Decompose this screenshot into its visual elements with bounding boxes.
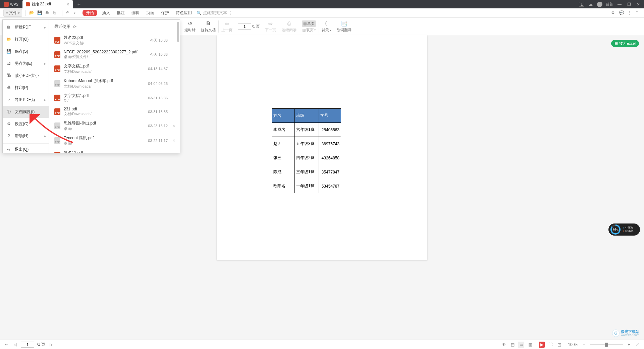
titlebar-cloud-icon[interactable]: ☁ — [588, 1, 594, 7]
play-icon[interactable]: ▶ — [539, 342, 545, 348]
table-header: 班级 — [295, 109, 319, 123]
single-page-button[interactable]: ▤单页 — [302, 20, 316, 27]
page-number-input[interactable] — [238, 23, 251, 30]
recent-file-item[interactable]: PDF NTCE_202209_520322223002277_2.pdf桌面/… — [49, 48, 180, 61]
file-menu-button[interactable]: ≡ 文件 ▾ — [3, 9, 22, 17]
maximize-button[interactable]: ❐ — [626, 1, 632, 7]
eye-icon[interactable]: 👁 — [501, 342, 507, 348]
edit-tab[interactable]: 编辑 — [129, 10, 142, 16]
view-single-icon[interactable]: ▭ — [518, 342, 524, 348]
file-menu-item[interactable]: 📂打开(O) — [3, 33, 49, 45]
status-page-input[interactable] — [21, 342, 34, 348]
recent-file-item[interactable]: PDF 231.pdf文档/Downloads/ 03-31 13:35 — [49, 105, 180, 118]
excel-icon: ▦ — [614, 41, 618, 46]
undo-icon[interactable]: ↶ — [66, 10, 71, 16]
settings-icon[interactable]: ⚙ — [611, 10, 616, 16]
background-button[interactable]: ☾背景 ▾ — [319, 18, 334, 35]
features-tab[interactable]: 特色应用 — [174, 10, 194, 16]
zoom-out-icon[interactable]: − — [581, 342, 587, 348]
view-double-icon[interactable]: ▥ — [527, 342, 533, 348]
app-name: WPS — [10, 2, 18, 6]
search-box[interactable]: 🔍 点此查找文本 ⋮ — [197, 10, 233, 16]
first-page-icon[interactable]: ⇤ — [3, 342, 9, 348]
chevron-down-icon[interactable]: ▾ — [74, 11, 75, 15]
print-icon: 🖶 — [6, 85, 11, 90]
tab-close-icon[interactable]: × — [66, 2, 69, 7]
feedback-icon[interactable]: 💬 — [619, 10, 625, 16]
file-menu-item[interactable]: 🗜减小PDF大小 — [3, 69, 49, 82]
scrollbar-thumb[interactable] — [177, 22, 179, 42]
folder-open-icon: 📂 — [6, 37, 11, 42]
save-icon[interactable]: 💾 — [37, 10, 43, 16]
close-window-button[interactable]: ✕ — [635, 1, 641, 7]
prev-page-button[interactable]: ⇦上一页 — [219, 18, 235, 35]
download-speed: 8.9K/s — [623, 230, 634, 233]
wps-logo[interactable]: WPS — [0, 2, 22, 7]
pdf-file-icon: PDF — [54, 37, 60, 44]
performance-widget[interactable]: 86% 4.4K/s 8.9K/s — [608, 223, 640, 236]
table-row: 欧阳名一年级1班53454787 — [272, 179, 341, 193]
zoom-slider[interactable] — [590, 344, 623, 345]
print-icon[interactable]: 🖶 — [45, 10, 51, 16]
file-menu-left-panel: 🗎新建PDF▸📂打开(O)💾保存(S)🖫另存为(E)▸🗜减小PDF大小🖶打印(P… — [3, 20, 49, 153]
pdf-file-icon: PDF — [54, 65, 60, 72]
titlebar-badge[interactable]: 1 — [579, 2, 584, 7]
chevron-right-icon: ▸ — [44, 62, 46, 65]
fullscreen-icon[interactable]: ⤢ — [635, 342, 641, 348]
remove-recent-icon[interactable]: × — [173, 138, 175, 143]
next-page-button[interactable]: ⇨下一页 — [262, 18, 279, 35]
fit-width-icon[interactable]: ⛶ — [547, 342, 553, 348]
recent-file-item[interactable]: PDF 姓名22.pdfWPS云文档/ 今天 10:36 — [49, 33, 180, 48]
document-tab[interactable]: 姓名22.pdf × — [22, 0, 73, 8]
page-tab[interactable]: 页面 — [144, 10, 156, 16]
prev-page-icon[interactable]: ◁ — [12, 342, 18, 348]
minimize-button[interactable]: — — [616, 1, 623, 7]
file-menu-item[interactable]: ⚙设置(C) — [3, 118, 49, 130]
rotate-doc-button[interactable]: 🗎旋转文档 — [198, 18, 218, 35]
begin-tab[interactable]: 开始 — [83, 10, 97, 16]
protect-tab[interactable]: 保护 — [159, 10, 171, 16]
zoom-value: 100% — [568, 342, 578, 347]
recent-file-item[interactable]: PDF 思维导图-导出.pdf桌面/ 03-23 15:12 × — [49, 118, 180, 133]
file-menu-item[interactable]: ⓘ文档属性(I) — [3, 106, 49, 118]
new-tab-button[interactable]: + — [73, 1, 85, 7]
arrow-right-icon: ⇨ — [267, 20, 274, 27]
zoom-in-icon[interactable]: + — [626, 342, 632, 348]
double-page-button[interactable]: ▥双页▾ — [302, 28, 316, 33]
arrow-left-icon: ⇦ — [224, 20, 230, 27]
tab-title: 姓名22.pdf — [32, 1, 51, 7]
compress-icon: 🗜 — [6, 73, 11, 78]
file-menu-item[interactable]: 💾保存(S) — [3, 45, 49, 57]
save-as-icon: 🖫 — [6, 61, 11, 66]
site-watermark: G 极光下载站 www.xz7.com — [612, 330, 639, 337]
recent-file-item[interactable]: PDF KubuntuManual_加水印.pdf文档/Downloads/ 0… — [49, 76, 180, 91]
recent-file-item[interactable]: PDF Tencent 腾讯.pdf桌面/ 03-22 11:17 × — [49, 133, 180, 148]
fit-page-icon[interactable]: ◰ — [556, 342, 562, 348]
file-menu-item[interactable]: 🖫另存为(E)▸ — [3, 57, 49, 69]
continuous-read-button[interactable]: ⎙连续阅读 — [279, 18, 299, 35]
convert-to-excel-button[interactable]: ▦ 转为Excel — [611, 40, 639, 47]
recent-file-item[interactable]: PDF 文字文稿1.pdfD:/ 03-31 13:36 — [49, 91, 180, 105]
dictionary-button[interactable]: 📑划词翻译 — [334, 18, 354, 35]
file-menu-recent-panel: 最近使用 ⟳ PDF 姓名22.pdfWPS云文档/ 今天 10:36 PDF … — [49, 20, 180, 153]
collapse-ribbon-icon[interactable]: ⌃ — [635, 10, 641, 16]
refresh-icon[interactable]: ⟳ — [73, 24, 76, 29]
file-menu-item[interactable]: ↗导出PDF为▸ — [3, 94, 49, 106]
file-menu-item[interactable]: 🖶打印(P) — [3, 82, 49, 94]
insert-tab[interactable]: 插入 — [100, 10, 112, 16]
next-page-icon[interactable]: ▷ — [48, 342, 54, 348]
user-avatar[interactable] — [597, 2, 602, 7]
open-folder-icon[interactable]: 📂 — [29, 10, 35, 16]
rotate-ccw-button[interactable]: ↺逆时针 — [182, 18, 198, 35]
pdf-icon — [26, 2, 30, 6]
remove-recent-icon[interactable]: × — [173, 123, 175, 128]
file-menu-item[interactable]: 🗎新建PDF▸ — [3, 21, 49, 33]
more-icon[interactable]: ⋮ — [627, 10, 633, 16]
recent-file-item[interactable]: PDF 文字文稿1.pdf文档/Downloads/ 04-13 14:37 — [49, 61, 180, 76]
view-continuous-icon[interactable]: ▤ — [509, 342, 516, 348]
recent-file-item[interactable]: PDF 姓名11.pdfWPS云文档/ 03-10 09:07 — [49, 148, 180, 153]
annotate-tab[interactable]: 批注 — [115, 10, 127, 16]
file-menu-item[interactable]: ?帮助(H)▸ — [3, 130, 49, 142]
share-icon[interactable]: ⎘ — [53, 10, 59, 16]
file-menu-item[interactable]: ↪退出(Q) — [3, 143, 49, 155]
